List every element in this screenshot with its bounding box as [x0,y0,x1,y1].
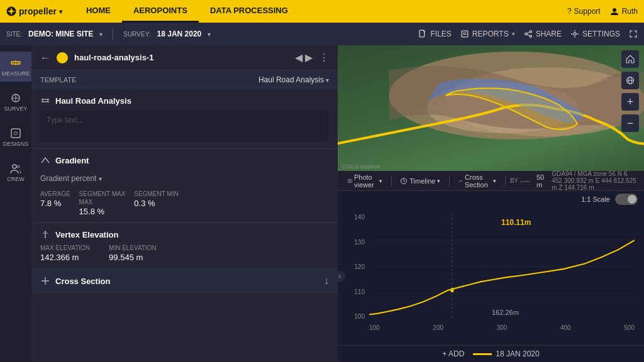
gradient-dropdown-icon: ▾ [99,175,102,182]
text-placeholder: Type text... [47,116,84,124]
min-elev-value: 99.545 m [109,253,157,262]
template-dropdown-icon[interactable]: ▾ [326,77,329,84]
scale-toggle-row: 1:1 Scale [338,191,644,207]
cross-section-title: Cross Section [55,277,319,286]
site-dropdown-icon[interactable]: ▾ [99,31,103,38]
survey-icon-btn[interactable]: SURVEY [1,87,31,117]
timeline-label: Timeline [409,177,435,185]
measure-icon-btn[interactable]: MEASURE [0,52,33,82]
expand-button[interactable] [629,30,638,38]
annotation-top-label: 110.11m [501,218,531,227]
designs-icon-btn[interactable]: DESIGNS [0,122,32,152]
expand-icon [629,30,638,38]
coords-label: GDA94 / MGA zone 56 N 6 452 300.932 m E … [552,170,638,191]
settings-icon [570,30,579,38]
globe-view-button[interactable] [621,72,639,89]
gradient-title: Gradient [55,156,89,165]
cross-section-toolbar-icon [458,177,463,185]
vertex-title-row: Vertex Elevation [40,229,329,239]
secondary-right-buttons: FILES REPORTS ▾ SHARE SETTINGS [418,30,638,38]
settings-button[interactable]: SETTINGS [570,30,620,38]
files-button[interactable]: FILES [418,30,451,38]
logo-dropdown-icon[interactable]: ▾ [59,8,62,15]
scale-toggle-switch[interactable] [615,194,638,205]
timeline-btn[interactable]: Timeline ▾ [396,177,444,185]
files-label: FILES [430,30,451,38]
x-label-500: 500 [624,324,635,331]
sidebar-icons: MEASURE SURVEY DESIGNS CREW [0,45,31,362]
logo: propeller ▾ [6,6,62,16]
scale-toggle-label: 1:1 Scale [581,195,610,203]
x-axis: 100 200 300 400 500 [369,324,635,331]
propeller-logo-chart: propeller [521,178,531,184]
seg-max-value: 15.8 % [79,207,126,216]
annotation-bottom: 162.26m [492,306,519,317]
divider [113,28,113,40]
gradient-dropdown-label: Gradient percent [40,174,96,183]
measure-icon [9,57,22,69]
svg-line-10 [526,35,530,36]
site-selector[interactable]: DEMO: MINE SITE [28,30,93,38]
designs-label: DESIGNS [3,141,29,147]
min-elev-label: MIN ELEVATION [109,244,157,251]
more-button[interactable]: ⋮ [319,52,329,63]
svg-point-8 [525,33,526,35]
svg-point-43 [450,288,453,292]
svg-text:propeller: propeller [521,180,530,182]
y-label-140: 140 [343,214,365,221]
seg-max-stat: SEGMENT MAX MAX 15.8 % [79,190,126,216]
cross-section-icon [40,276,50,286]
chart-legend: + ADD 18 JAN 2020 [338,345,644,362]
nav-aeropoints[interactable]: AEROPOINTS [122,0,199,23]
share-button[interactable]: SHARE [524,30,562,38]
gradient-stats: AVERAGE 7.8 % SEGMENT MAX MAX 15.8 % SEG… [40,190,329,216]
seg-max-label: SEGMENT MAX [79,190,126,197]
zoom-out-button[interactable]: − [621,114,639,132]
crew-icon-btn[interactable]: CREW [3,157,28,187]
survey-selector[interactable]: 18 JAN 2020 [157,30,202,38]
avg-stat: AVERAGE 7.8 % [40,190,70,216]
home-view-button[interactable] [621,50,639,68]
nav-home[interactable]: HOME [75,0,122,23]
photo-viewer-btn[interactable]: Photo viewer ▾ [344,173,386,189]
reports-button[interactable]: REPORTS ▾ [460,30,515,38]
prev-arrow[interactable]: ◀ [295,52,303,63]
gradient-dropdown[interactable]: Gradient percent ▾ [40,170,329,187]
template-value[interactable]: Haul Road Analysis [258,75,324,84]
svg-point-1 [613,8,616,12]
add-button[interactable]: + ADD [442,349,464,358]
svg-rect-33 [348,179,352,182]
share-label: SHARE [536,30,562,38]
back-button[interactable]: ← [40,52,50,63]
haul-road-section: Haul Road Analysis Type text... [31,89,338,149]
cross-section-toolbar-label: Cross Section [465,173,491,189]
download-icon[interactable]: ↓ [324,275,329,287]
timeline-dropdown-icon: ▾ [437,178,440,184]
nav-data-processing[interactable]: DATA PROCESSING [199,0,299,23]
seg-min-stat: SEGMENT MIN 0.3 % [134,190,178,216]
y-label-110: 110 [343,288,365,295]
user-button[interactable]: Ruth [609,6,638,16]
seg-min-label: SEGMENT MIN [134,190,178,197]
next-arrow[interactable]: ▶ [305,52,313,63]
right-panel: + − ©2019 Mapbox Photo viewer ▾ Timeline… [338,45,644,362]
survey-dropdown-icon[interactable]: ▾ [208,31,211,38]
haul-road-text-input[interactable]: Type text... [40,111,329,142]
survey-label: SURVEY [4,106,28,112]
seg-min-value: 0.3 % [134,199,178,208]
logo-text: propeller [19,6,57,16]
annotation-top: 110.11m [501,216,531,228]
globe-icon [625,75,635,85]
svg-line-9 [526,32,530,33]
cross-section-btn[interactable]: Cross Section ▾ [455,173,500,189]
max-elev-value: 142.366 m [40,253,90,262]
map-attribution: ©2019 Mapbox [341,163,380,170]
svg-point-7 [530,35,531,37]
zoom-in-button[interactable]: + [621,93,639,111]
help-button[interactable]: ? Support [567,7,601,16]
map-area[interactable]: + − ©2019 Mapbox [338,45,644,171]
collapse-sidebar-button[interactable]: ‹ [334,271,345,282]
gradient-title-row: Gradient [40,155,329,165]
gradient-icon [40,155,50,165]
y-axis: 140 130 120 110 100 [343,214,365,320]
